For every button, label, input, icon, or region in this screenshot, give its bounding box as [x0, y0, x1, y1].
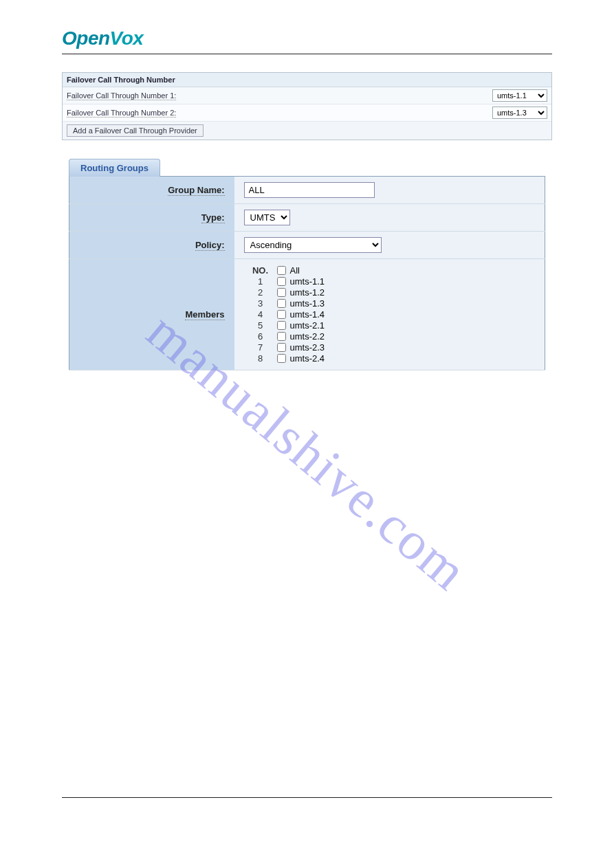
failover-button-row: Add a Failover Call Through Provider — [63, 122, 551, 140]
members-no-header: NO. — [244, 265, 277, 276]
members-checkbox-2[interactable] — [277, 288, 286, 297]
policy-select[interactable]: Ascending — [244, 237, 382, 253]
members-item-label: umts-2.2 — [290, 331, 325, 342]
members-item-label: All — [290, 265, 300, 276]
header-rule — [62, 54, 552, 54]
members-checkbox-3[interactable] — [277, 299, 286, 308]
members-no: 4 — [244, 309, 277, 320]
members-list: NO. All 1 umts-1.1 2 umts-1.2 — [244, 265, 325, 364]
members-label: Members — [185, 309, 224, 320]
members-checkbox-6[interactable] — [277, 332, 286, 341]
members-item-label: umts-1.2 — [290, 287, 325, 298]
routing-groups-panel: Routing Groups Group Name: Type: UMTS Po… — [69, 158, 545, 370]
members-no: 5 — [244, 320, 277, 331]
members-checkbox-5[interactable] — [277, 321, 286, 330]
routing-groups-tab[interactable]: Routing Groups — [69, 159, 160, 177]
footer-rule — [62, 797, 552, 798]
type-label: Type: — [201, 212, 225, 223]
failover-panel: Failover Call Through Number Failover Ca… — [62, 72, 552, 140]
failover-select-2[interactable]: umts-1.3 — [492, 107, 547, 119]
failover-row-1: Failover Call Through Number 1: umts-1.1 — [63, 87, 551, 104]
members-checkbox-8[interactable] — [277, 354, 286, 363]
group-name-label: Group Name: — [168, 185, 224, 196]
members-checkbox-all[interactable] — [277, 266, 286, 275]
members-no: 1 — [244, 276, 277, 287]
members-item-label: umts-1.3 — [290, 298, 325, 309]
logo: OpenVox — [62, 27, 552, 49]
policy-label: Policy: — [195, 240, 225, 251]
failover-header: Failover Call Through Number — [63, 73, 551, 87]
add-failover-provider-button[interactable]: Add a Failover Call Through Provider — [67, 124, 204, 137]
type-select[interactable]: UMTS — [244, 210, 290, 225]
members-checkbox-4[interactable] — [277, 310, 286, 319]
members-no: 3 — [244, 298, 277, 309]
members-no: 8 — [244, 353, 277, 364]
logo-open: Open — [62, 27, 110, 49]
failover-label-1: Failover Call Through Number 1: — [67, 91, 176, 100]
members-no: 6 — [244, 331, 277, 342]
members-item-label: umts-1.1 — [290, 276, 325, 287]
members-item-label: umts-2.4 — [290, 353, 325, 364]
failover-select-1[interactable]: umts-1.1 — [492, 89, 547, 102]
members-item-label: umts-2.1 — [290, 320, 325, 331]
failover-label-2: Failover Call Through Number 2: — [67, 109, 176, 118]
failover-row-2: Failover Call Through Number 2: umts-1.3 — [63, 104, 551, 122]
group-name-input[interactable] — [244, 182, 375, 198]
members-item-label: umts-2.3 — [290, 342, 325, 353]
members-no: 7 — [244, 342, 277, 353]
members-no: 2 — [244, 287, 277, 298]
members-item-label: umts-1.4 — [290, 309, 325, 320]
members-checkbox-1[interactable] — [277, 277, 286, 286]
members-checkbox-7[interactable] — [277, 343, 286, 352]
logo-vox: Vox — [110, 27, 144, 49]
